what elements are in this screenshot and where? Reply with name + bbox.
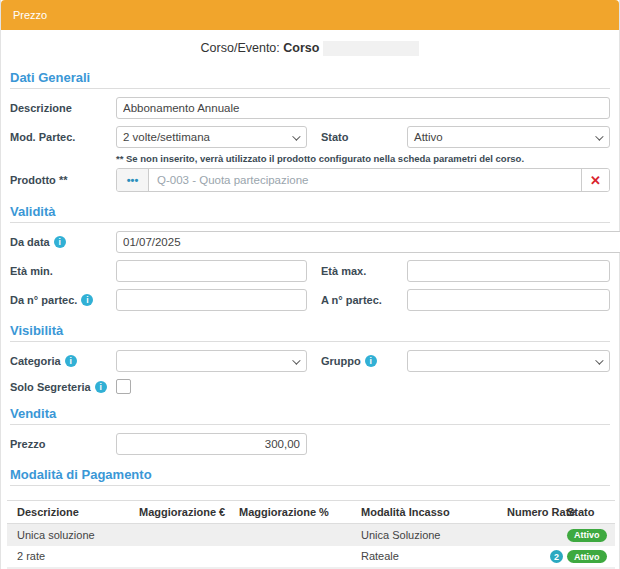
prodotto-clear-button[interactable]: ✕: [581, 169, 609, 191]
course-event-prefix: Corso/Evento:: [201, 41, 280, 55]
cell-modalita-incasso: Unica Soluzione: [353, 524, 505, 546]
row-mod-partec-stato: Mod. Partec. 2 volte/settimana Stato Att…: [10, 126, 610, 148]
section-heading-visibilita: Visibilità: [10, 323, 610, 342]
row-descrizione: Descrizione: [10, 97, 610, 119]
info-icon[interactable]: i: [65, 355, 77, 367]
cell-maggiorazione-pct: [237, 524, 353, 546]
col-header-numero-rate: Numero Rate: [505, 501, 565, 524]
cell-maggiorazione-eur: [137, 524, 237, 546]
col-header-maggiorazione-eur: Maggiorazione €: [137, 501, 237, 524]
cell-stato: Attivo: [565, 524, 615, 546]
categoria-label: Categoria i: [10, 355, 116, 367]
payment-methods-table: Descrizione Maggiorazione € Maggiorazion…: [7, 500, 615, 569]
table-header-row: Descrizione Maggiorazione € Maggiorazion…: [7, 501, 615, 524]
page-title: Corso/Evento: Corso: [1, 30, 619, 58]
row-solo-segreteria: Solo Segreteria i: [10, 379, 610, 394]
a-partec-label: A n° partec.: [307, 294, 407, 306]
cell-maggiorazione-pct: [237, 546, 353, 568]
cell-stato: Attivo: [565, 546, 615, 568]
rate-count-badge: 2: [550, 550, 563, 563]
chevron-down-icon: [595, 133, 603, 141]
section-heading-pagamento: Modalità di Pagamento: [10, 467, 610, 486]
a-partec-input[interactable]: [407, 289, 610, 311]
categoria-select[interactable]: [116, 350, 307, 372]
cell-maggiorazione-eur: [137, 546, 237, 568]
gruppo-select[interactable]: [407, 350, 610, 372]
prezzo-panel: Prezzo Corso/Evento: Corso Dati Generali…: [0, 0, 620, 569]
prodotto-input-group: ••• Q-003 - Quota partecipazione ✕: [116, 168, 610, 192]
row-eta: Età min. Età max.: [10, 260, 610, 282]
cell-descrizione: 2 rate: [7, 546, 137, 568]
row-prezzo: Prezzo: [10, 433, 610, 455]
da-data-input[interactable]: [116, 231, 620, 253]
cell-numero-rate: [505, 524, 565, 546]
col-header-maggiorazione-pct: Maggiorazione %: [237, 501, 353, 524]
prodotto-value[interactable]: Q-003 - Quota partecipazione: [149, 169, 581, 191]
solo-segreteria-label-text: Solo Segreteria: [10, 381, 91, 393]
descrizione-input[interactable]: [116, 97, 610, 119]
info-icon[interactable]: i: [81, 294, 93, 306]
course-event-value: Corso: [283, 41, 319, 55]
solo-segreteria-label: Solo Segreteria i: [10, 381, 116, 393]
da-partec-label-text: Da n° partec.: [10, 294, 77, 306]
cell-modalita-incasso: Rateale: [353, 546, 505, 568]
da-data-label: Da data i: [10, 236, 116, 248]
status-badge: Attivo: [567, 550, 607, 563]
prodotto-label: Prodotto **: [10, 174, 116, 186]
eta-min-input[interactable]: [116, 260, 307, 282]
info-icon[interactable]: i: [365, 355, 377, 367]
col-header-stato: Stato: [565, 501, 615, 524]
row-partec: Da n° partec. i A n° partec.: [10, 289, 610, 311]
section-heading-dati-generali: Dati Generali: [10, 70, 610, 89]
gruppo-label: Gruppo i: [307, 355, 407, 367]
col-header-descrizione: Descrizione: [7, 501, 137, 524]
da-data-label-text: Da data: [10, 236, 50, 248]
da-partec-input[interactable]: [116, 289, 307, 311]
info-icon[interactable]: i: [54, 236, 66, 248]
panel-header: Prezzo: [1, 0, 619, 30]
gruppo-label-text: Gruppo: [321, 355, 361, 367]
eta-min-label: Età min.: [10, 265, 116, 277]
chevron-down-icon: [595, 357, 603, 365]
table-row[interactable]: 2 rate Rateale 2 Attivo: [7, 546, 615, 568]
redacted-text: [323, 41, 419, 56]
table-row[interactable]: Unica soluzione Unica Soluzione Attivo: [7, 524, 615, 546]
prodotto-note: ** Se non inserito, verrà utilizzato il …: [116, 153, 610, 164]
cell-descrizione: Unica soluzione: [7, 524, 137, 546]
row-date: Da data i A data: [10, 231, 610, 253]
cell-numero-rate: 2: [505, 546, 565, 568]
stato-value: Attivo: [414, 131, 443, 143]
categoria-label-text: Categoria: [10, 355, 61, 367]
mod-partec-select[interactable]: 2 volte/settimana: [116, 126, 307, 148]
stato-select[interactable]: Attivo: [407, 126, 610, 148]
row-prodotto: Prodotto ** ••• Q-003 - Quota partecipaz…: [10, 168, 610, 192]
panel-title: Prezzo: [13, 9, 47, 21]
mod-partec-label: Mod. Partec.: [10, 131, 116, 143]
stato-label: Stato: [307, 131, 407, 143]
info-icon[interactable]: i: [95, 381, 107, 393]
solo-segreteria-checkbox[interactable]: [116, 379, 131, 394]
eta-max-label: Età max.: [307, 265, 407, 277]
chevron-down-icon: [292, 133, 300, 141]
section-heading-vendita: Vendita: [10, 406, 610, 425]
da-partec-label: Da n° partec. i: [10, 294, 116, 306]
eta-max-input[interactable]: [407, 260, 610, 282]
mod-partec-value: 2 volte/settimana: [123, 131, 210, 143]
chevron-down-icon: [292, 357, 300, 365]
col-header-modalita-incasso: Modalità Incasso: [353, 501, 505, 524]
section-heading-validita: Validità: [10, 204, 610, 223]
prezzo-input[interactable]: [116, 433, 307, 455]
descrizione-label: Descrizione: [10, 102, 116, 114]
status-badge: Attivo: [567, 529, 607, 542]
prodotto-browse-button[interactable]: •••: [117, 169, 149, 191]
prezzo-label: Prezzo: [10, 438, 116, 450]
row-categoria-gruppo: Categoria i Gruppo i: [10, 350, 610, 372]
